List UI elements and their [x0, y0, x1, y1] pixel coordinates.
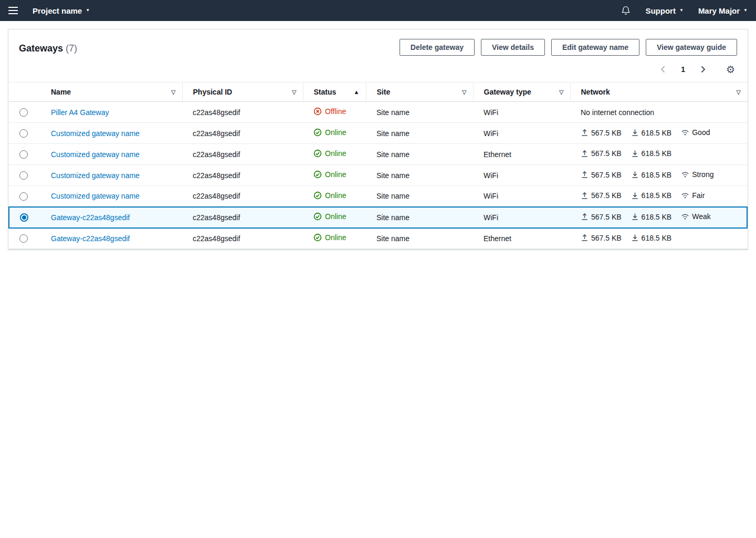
column-label: Site	[377, 88, 391, 96]
menu-hamburger-icon[interactable]	[8, 0, 26, 21]
wifi-signal: Weak	[681, 212, 711, 221]
wifi-signal: Good	[681, 128, 710, 137]
user-name-label: Mary Major	[698, 6, 740, 15]
status-cell: Online	[303, 186, 366, 207]
gateway-type-cell: WiFi	[473, 186, 570, 207]
gateway-name-link[interactable]: Piller A4 Gateway	[51, 108, 109, 117]
physical-id-cell: c22as48gsedif	[182, 102, 303, 123]
status-badge: Online	[313, 191, 346, 200]
pagination: 1 ⚙	[19, 56, 737, 82]
status-badge: Online	[313, 128, 346, 137]
filter-icon[interactable]: ▽	[292, 89, 296, 96]
gateway-name-link[interactable]: Customized gateway name	[51, 171, 140, 180]
page-number-button[interactable]: 1	[678, 63, 688, 76]
support-menu[interactable]: Support ▼	[645, 6, 683, 15]
column-header-physical-id[interactable]: Physical ID▽	[182, 82, 303, 102]
site-cell: Site name	[366, 228, 473, 249]
page-title-text: Gateways	[19, 43, 63, 54]
download-stat: 618.5 KB	[631, 149, 672, 158]
column-header-site[interactable]: Site▽	[366, 82, 473, 102]
site-cell: Site name	[366, 123, 473, 144]
network-cell: 567.5 KB618.5 KBWeak	[570, 207, 747, 228]
status-cell: Online	[303, 228, 366, 249]
name-cell: Piller A4 Gateway	[40, 102, 182, 123]
network-cell: 567.5 KB618.5 KBFair	[570, 186, 747, 207]
view-details-button[interactable]: View details	[481, 39, 545, 56]
settings-gear-icon[interactable]: ⚙	[724, 65, 737, 75]
network-cell: 567.5 KB618.5 KBStrong	[570, 165, 747, 186]
download-icon	[631, 129, 639, 137]
header-actions: Delete gatewayView detailsEdit gateway n…	[400, 39, 737, 56]
row-radio-button[interactable]	[19, 108, 28, 117]
gateway-type-cell: Ethernet	[473, 228, 570, 249]
gateway-name-link[interactable]: Customized gateway name	[51, 150, 140, 159]
physical-id-cell: c22as48gsedif	[182, 144, 303, 165]
selection-column-header	[9, 82, 40, 102]
gateway-name-link[interactable]: Customized gateway name	[51, 192, 140, 200]
delete-gateway-button[interactable]: Delete gateway	[400, 39, 475, 56]
filter-icon[interactable]: ▽	[462, 89, 466, 96]
status-cell: Offline	[303, 102, 366, 123]
row-radio-button[interactable]	[19, 129, 28, 138]
upload-icon	[581, 192, 589, 200]
physical-id-cell: c22as48gsedif	[182, 123, 303, 144]
gateway-type-cell: WiFi	[473, 207, 570, 228]
selection-cell	[9, 102, 40, 123]
table-row: Piller A4 Gatewayc22as48gsedifOfflineSit…	[9, 102, 747, 123]
filter-icon[interactable]: ▽	[737, 89, 741, 96]
download-stat: 618.5 KB	[631, 171, 672, 179]
wifi-icon	[681, 128, 689, 137]
upload-icon	[581, 129, 589, 137]
gateway-type-cell: WiFi	[473, 165, 570, 186]
edit-gateway-name-button[interactable]: Edit gateway name	[551, 39, 639, 56]
row-radio-button[interactable]	[19, 171, 28, 180]
previous-page-button[interactable]	[656, 63, 670, 76]
filter-icon[interactable]: ▽	[559, 89, 563, 96]
physical-id-cell: c22as48gsedif	[182, 228, 303, 249]
view-gateway-guide-button[interactable]: View gateway guide	[646, 39, 737, 56]
column-header-gateway-type[interactable]: Gateway type▽	[473, 82, 570, 102]
user-menu[interactable]: Mary Major ▼	[698, 6, 748, 15]
selection-cell	[9, 123, 40, 144]
download-stat: 618.5 KB	[631, 234, 672, 242]
download-stat: 618.5 KB	[631, 129, 672, 137]
row-radio-button[interactable]	[20, 213, 28, 222]
column-header-name[interactable]: Name▽	[40, 82, 182, 102]
column-label: Network	[581, 88, 610, 96]
panel-header: Gateways (7) Delete gatewayView detailsE…	[8, 29, 748, 82]
gateway-name-link[interactable]: Gateway-c22as48gsedif	[51, 234, 130, 243]
table-row: Gateway-c22as48gsedifc22as48gsedifOnline…	[9, 207, 747, 228]
upload-icon	[581, 150, 589, 158]
project-name-menu[interactable]: Project name ▼	[33, 6, 90, 15]
column-header-network[interactable]: Network▽	[570, 82, 747, 102]
site-cell: Site name	[366, 165, 473, 186]
top-navigation-bar: Project name ▼ Support ▼ Mary Major ▼	[0, 0, 756, 21]
next-page-button[interactable]	[696, 63, 710, 76]
download-stat: 618.5 KB	[631, 213, 672, 221]
column-label: Status	[314, 88, 337, 96]
filter-icon[interactable]: ▽	[171, 89, 175, 96]
upload-stat: 567.5 KB	[581, 129, 622, 137]
table-row: Customized gateway namec22as48gsedifOnli…	[9, 186, 747, 207]
row-radio-button[interactable]	[19, 192, 28, 201]
upload-stat: 567.5 KB	[581, 234, 622, 242]
selection-cell	[9, 144, 40, 165]
wifi-signal: Strong	[681, 170, 713, 179]
network-cell: 567.5 KB618.5 KBGood	[570, 123, 747, 144]
row-radio-button[interactable]	[19, 234, 28, 243]
status-online-icon	[313, 212, 322, 221]
status-online-icon	[313, 233, 322, 242]
status-online-icon	[313, 170, 322, 179]
column-header-status[interactable]: Status▲	[303, 82, 366, 102]
upload-stat: 567.5 KB	[581, 213, 622, 221]
physical-id-cell: c22as48gsedif	[182, 165, 303, 186]
wifi-icon	[681, 191, 689, 200]
row-radio-button[interactable]	[19, 150, 28, 159]
notifications-bell-icon[interactable]	[621, 6, 631, 15]
sort-ascending-icon[interactable]: ▲	[354, 89, 360, 95]
upload-stat: 567.5 KB	[581, 149, 622, 158]
gateway-name-link[interactable]: Customized gateway name	[51, 129, 140, 138]
selection-cell	[9, 186, 40, 207]
table-header-row: Name▽Physical ID▽Status▲Site▽Gateway typ…	[9, 82, 747, 102]
gateway-name-link[interactable]: Gateway-c22as48gsedif	[51, 213, 130, 222]
